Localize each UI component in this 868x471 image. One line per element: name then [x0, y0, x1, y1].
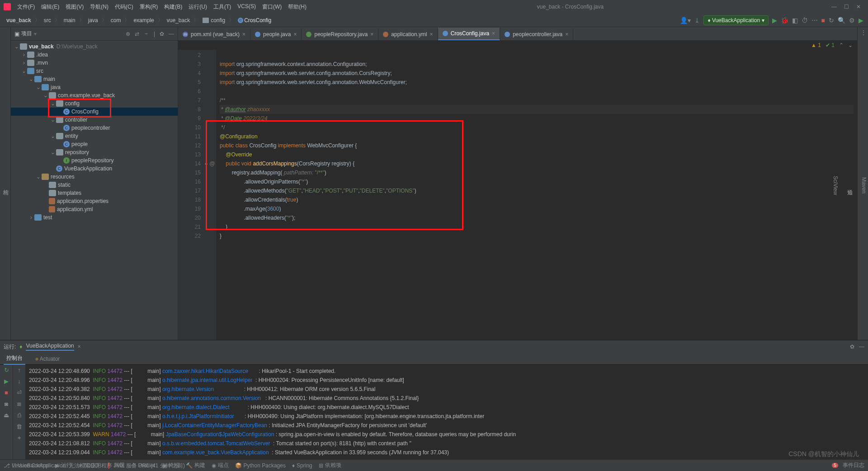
menu-窗口(W)[interactable]: 窗口(W) — [259, 1, 284, 13]
run-tab[interactable]: VueBackApplication — [26, 343, 74, 351]
run-hide-icon[interactable]: — — [859, 344, 864, 350]
coverage-icon[interactable]: ◧ — [792, 17, 798, 24]
play-icon[interactable]: ▶ — [859, 17, 863, 24]
tree-item-.mvn[interactable]: ›.mvn — [11, 59, 178, 67]
stop-run-icon[interactable]: ■ — [5, 389, 8, 396]
tab-close-icon[interactable]: × — [370, 31, 373, 38]
tree-item-controller[interactable]: ⌄controller — [11, 116, 178, 124]
expand-icon[interactable]: ⇄ — [135, 31, 139, 37]
select-file-icon[interactable]: ⊕ — [126, 31, 130, 37]
panel-title[interactable]: 项目 — [21, 30, 32, 38]
editor-body[interactable]: 2345678910111213141516171819202122 ● @ i… — [178, 50, 857, 340]
tab-peoplecontroller.java[interactable]: peoplecontroller.java× — [500, 28, 573, 40]
left-tool-rail[interactable]: 结构BookmarksJPA Structure — [0, 27, 11, 340]
console-output[interactable]: 2022-03-24 12:20:48.690 INFO 14472 --- [… — [25, 365, 868, 459]
minimize-icon[interactable]: — — [831, 4, 837, 10]
gear-icon[interactable]: ⚙ — [849, 17, 855, 24]
profile-icon[interactable]: ⏱ — [802, 17, 808, 24]
trash-icon[interactable]: 🗑 — [16, 423, 22, 430]
tab-close-icon[interactable]: × — [492, 30, 495, 37]
user-icon[interactable]: 👤▾ — [680, 17, 691, 24]
tree-item-CrosConfig[interactable]: CCrosConfig — [11, 108, 178, 116]
maximize-icon[interactable]: ☐ — [844, 4, 849, 10]
warning-badge[interactable]: ▲ 1 — [811, 42, 821, 48]
notif-count[interactable]: 5 — [832, 463, 838, 468]
statusbar-Spring[interactable]: ♦ Spring — [292, 462, 312, 469]
camera-icon[interactable]: ◙ — [5, 400, 8, 407]
tree-item-com.example.vue_back[interactable]: ⌄com.example.vue_back — [11, 91, 178, 99]
menu-导航(N)[interactable]: 导航(N) — [87, 1, 111, 13]
build-icon[interactable]: ⤓ — [694, 17, 700, 24]
statusbar-端点[interactable]: ◉ 端点 — [212, 462, 229, 469]
statusbar-Python Packages[interactable]: 📦 Python Packages — [235, 462, 286, 469]
tab-application.yml[interactable]: application.yml× — [378, 28, 438, 40]
rail-Maven[interactable]: Maven — [860, 173, 868, 198]
stop-icon[interactable]: ■ — [821, 17, 825, 24]
ok-badge[interactable]: ✔ 1 — [826, 42, 835, 48]
breadcrumb-item[interactable]: main — [62, 16, 77, 24]
updates-icon[interactable]: ↻ — [829, 17, 834, 24]
breadcrumb[interactable]: vue_back〉src〉main〉java〉com〉example〉vue_b… — [5, 16, 273, 24]
tree-item-people[interactable]: Cpeople — [11, 140, 178, 148]
subtab-控制台[interactable]: 控制台 — [4, 353, 25, 365]
tree-item-static[interactable]: static — [11, 181, 178, 189]
tree-root[interactable]: ⌄vue_backD:\Vue\vue_back — [11, 42, 178, 51]
rerun-icon[interactable]: ↻ — [4, 367, 9, 373]
breadcrumb-item[interactable]: vue_back — [165, 16, 192, 24]
down-icon[interactable]: ⌄ — [848, 42, 853, 48]
scroll-icon[interactable]: ≣ — [17, 400, 22, 407]
search-icon[interactable]: 🔍 — [838, 17, 845, 24]
tab-CrosConfig.java[interactable]: CrosConfig.java× — [438, 28, 500, 40]
hide-icon[interactable]: — — [169, 31, 174, 37]
subtab-Actuator[interactable]: ⎈ Actuator — [33, 354, 62, 364]
menu-工具(T)[interactable]: 工具(T) — [211, 1, 234, 13]
menu-VCS(S)[interactable]: VCS(S) — [235, 1, 259, 13]
code-editor[interactable]: import org.springframework.context.annot… — [216, 50, 857, 340]
tree-item-repository[interactable]: ⌄repository — [11, 148, 178, 156]
tree-item-templates[interactable]: templates — [11, 189, 178, 197]
run-gear-icon[interactable]: ✿ — [850, 344, 854, 350]
tab-peopleRepository.java[interactable]: peopleRepository.java× — [302, 28, 378, 40]
run-config-select[interactable]: ♦ VueBackApplication ▾ — [703, 15, 768, 25]
run-icon[interactable]: ▶ — [4, 378, 9, 385]
tree-item-java[interactable]: ⌄java — [11, 83, 178, 91]
tree-item-application.properties[interactable]: application.properties — [11, 197, 178, 205]
more-icon[interactable]: ⋮ — [861, 29, 866, 36]
menu-帮助(H)[interactable]: 帮助(H) — [285, 1, 309, 13]
gutter-icons[interactable]: ● @ — [203, 50, 216, 340]
tab-close-icon[interactable]: × — [293, 31, 297, 38]
tab-close-icon[interactable]: × — [242, 31, 245, 38]
tab-close-icon[interactable]: × — [430, 31, 433, 38]
tree-item-peoplecontroller[interactable]: Cpeoplecontroller — [11, 124, 178, 132]
menu-文件(F)[interactable]: 文件(F) — [14, 1, 38, 13]
tree-item-resources[interactable]: ⌄resources — [11, 173, 178, 181]
rail-Bookmarks[interactable]: Bookmarks — [0, 31, 1, 340]
breadcrumb-item[interactable]: example — [132, 16, 156, 24]
filter-icon[interactable]: ⌖ — [18, 434, 21, 442]
exit-icon[interactable]: ⏏ — [4, 412, 9, 419]
breadcrumb-item[interactable]: src — [42, 16, 53, 24]
tree-item-.idea[interactable]: ›.idea — [11, 51, 178, 59]
menu-构建(B)[interactable]: 构建(B) — [161, 1, 185, 13]
debug-icon[interactable]: 🐞 — [781, 17, 788, 24]
tree-item-application.yml[interactable]: application.yml — [11, 205, 178, 213]
dropdown-icon[interactable]: ▾ — [34, 31, 37, 37]
tree-item-peopleRepository[interactable]: IpeopleRepository — [11, 156, 178, 165]
settings-icon[interactable]: ✿ — [160, 31, 164, 37]
breadcrumb-item[interactable]: config — [201, 16, 227, 24]
close-icon[interactable]: ✕ — [856, 4, 861, 10]
collapse-icon[interactable]: ⫟ — [144, 31, 149, 37]
tree-item-test[interactable]: ›test — [11, 213, 178, 221]
statusbar-依赖项[interactable]: ⊞ 依赖项 — [319, 462, 341, 469]
menu-编辑(E)[interactable]: 编辑(E) — [38, 1, 62, 13]
print-icon[interactable]: ⎙ — [18, 412, 21, 419]
tree-item-config[interactable]: ⌄config — [11, 99, 178, 108]
breadcrumb-item[interactable]: com — [109, 16, 123, 24]
line-gutter[interactable]: 2345678910111213141516171819202122 — [178, 50, 203, 340]
run-icon[interactable]: ▶ — [772, 17, 777, 24]
rail-结构[interactable]: 结构 — [1, 31, 10, 340]
wrap-icon[interactable]: ⏎ — [17, 389, 22, 396]
breadcrumb-item[interactable]: java — [86, 16, 100, 24]
tree-item-main[interactable]: ⌄main — [11, 75, 178, 83]
tab-people.java[interactable]: people.java× — [250, 28, 302, 40]
